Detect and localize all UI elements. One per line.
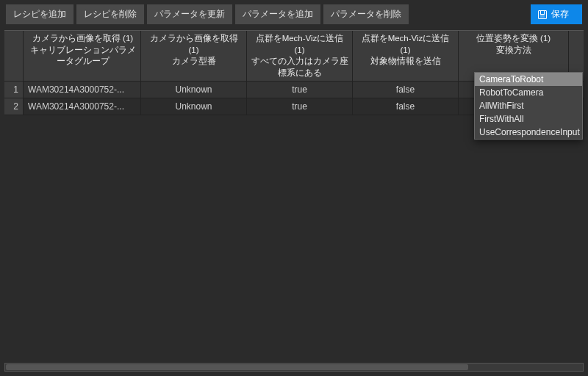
toolbar: レシピを追加 レシピを削除 パラメータを更新 パラメータを追加 パラメータを削除… [0,0,588,29]
cell-camera-model[interactable]: Unknown [141,98,247,115]
col-calibration-group[interactable]: カメラから画像を取得 (1) キャリブレーションパラメータグループ [24,31,141,81]
index-header [4,31,24,81]
save-icon [538,10,547,19]
delete-param-button[interactable]: パラメータを削除 [323,4,409,24]
dropdown-option-use-correspondence-input[interactable]: UseCorrespondenceInput [475,126,582,139]
row-index: 2 [4,98,24,115]
transform-method-dropdown[interactable]: CameraToRobot RobotToCamera AllWithFirst… [474,72,583,140]
delete-recipe-button[interactable]: レシピを削除 [76,4,144,24]
add-recipe-button[interactable]: レシピを追加 [6,4,74,24]
add-param-button[interactable]: パラメータを追加 [235,4,320,24]
cell-calibration-group[interactable]: WAM30214A3000752-... [24,98,141,115]
dropdown-option-camera-to-robot[interactable]: CameraToRobot [475,73,582,86]
dropdown-option-all-with-first[interactable]: AllWithFirst [475,99,582,112]
update-param-button[interactable]: パラメータを更新 [147,4,232,24]
cell-calibration-group[interactable]: WAM30214A3000752-... [24,82,141,98]
horizontal-scrollbar[interactable] [4,363,584,372]
cell-camera-model[interactable]: Unknown [141,82,247,98]
col-input-camera-coords[interactable]: 点群をMech-Vizに送信 (1) すべての入力はカメラ座標系にある [247,31,353,81]
dropdown-option-first-with-all[interactable]: FirstWithAll [475,112,582,126]
col-camera-model[interactable]: カメラから画像を取得 (1) カメラ型番 [141,31,247,81]
row-index: 1 [4,82,24,98]
scrollbar-thumb[interactable] [6,364,468,370]
col-send-object-info[interactable]: 点群をMech-Vizに送信 (1) 対象物情報を送信 [353,31,459,81]
save-button[interactable]: 保存 [531,4,582,24]
cell-send-object-info[interactable]: false [353,98,459,115]
save-label: 保存 [551,8,569,21]
dropdown-option-robot-to-camera[interactable]: RobotToCamera [475,86,582,99]
cell-send-object-info[interactable]: false [353,82,459,98]
cell-input-camera-coords[interactable]: true [247,82,353,98]
cell-input-camera-coords[interactable]: true [247,98,353,115]
